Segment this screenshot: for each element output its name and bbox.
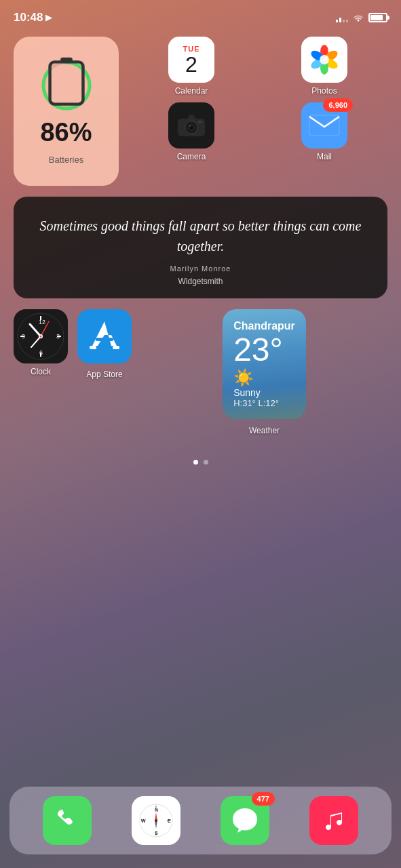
page-dot-2[interactable] [204, 460, 208, 465]
messages-badge: 477 [252, 792, 275, 806]
camera-icon[interactable] [168, 102, 214, 149]
weather-condition-row: ☀️ [233, 368, 295, 387]
widgetsmith-label: Widgetsmith [31, 277, 370, 286]
app-store-label: App Store [86, 370, 122, 379]
weather-low: L:12° [258, 398, 279, 408]
status-time: 10:48 ▶ [14, 11, 52, 24]
mail-app[interactable]: 6,960 Mail [261, 102, 387, 161]
quote-text: Sometimes good things fall apart so bett… [31, 216, 370, 256]
batteries-label: Batteries [49, 155, 83, 165]
page-dots [14, 446, 387, 471]
svg-rect-18 [309, 115, 339, 136]
svg-rect-2 [50, 62, 83, 104]
svg-rect-17 [198, 121, 202, 123]
battery-icon [368, 13, 387, 22]
messages-app[interactable]: 477 [221, 796, 269, 845]
svg-point-16 [189, 125, 191, 127]
svg-text:9: 9 [22, 333, 25, 340]
photos-label: Photos [311, 86, 337, 96]
phone-battery-icon [39, 56, 94, 115]
signal-bars [336, 13, 348, 22]
sun-icon: ☀️ [233, 368, 254, 387]
svg-text:12: 12 [39, 319, 45, 326]
calendar-app[interactable]: TUE 2 Calendar [128, 37, 254, 96]
battery-circle [39, 58, 94, 113]
music-icon[interactable] [309, 796, 358, 845]
weather-container: Chandrapur 23° ☀️ Sunny H:31° L:12° [141, 309, 387, 435]
clock-label: Clock [31, 367, 51, 376]
safari-icon[interactable]: N S W E [132, 796, 180, 845]
weather-condition: Sunny [233, 387, 295, 398]
weather-hi-lo: H:31° L:12° [233, 398, 295, 408]
svg-point-34 [40, 336, 42, 338]
svg-rect-37 [90, 346, 96, 349]
app-store-app[interactable]: App Store [77, 309, 132, 379]
music-app[interactable] [309, 796, 358, 845]
svg-text:3: 3 [56, 333, 60, 340]
clock-app[interactable]: 12 3 6 9 Clock [14, 309, 68, 376]
phone-app[interactable] [43, 796, 92, 845]
weather-temperature: 23° [233, 332, 295, 368]
mail-badge: 6,960 [323, 98, 353, 112]
status-bar: 10:48 ▶ [0, 0, 401, 30]
photos-icon[interactable] [301, 37, 347, 83]
battery-percentage: 86% [40, 119, 92, 145]
calendar-date: 2 [185, 53, 197, 77]
photos-app[interactable]: Photos [261, 37, 387, 96]
camera-label: Camera [177, 152, 206, 161]
mail-label: Mail [317, 152, 332, 161]
svg-rect-35 [77, 309, 132, 363]
calendar-label: Calendar [175, 86, 208, 96]
svg-rect-38 [113, 346, 119, 349]
clock-icon[interactable]: 12 3 6 9 [14, 309, 68, 363]
screen: 10:48 ▶ [0, 0, 401, 868]
weather-widget[interactable]: Chandrapur 23° ☀️ Sunny H:31° L:12° [223, 309, 306, 419]
svg-text:S: S [155, 831, 158, 835]
page-dot-1[interactable] [193, 460, 198, 465]
svg-text:N: N [155, 808, 158, 812]
apps-row: 12 3 6 9 Clock [14, 309, 387, 435]
svg-rect-3 [60, 57, 73, 62]
svg-text:6: 6 [39, 349, 43, 356]
app-store-icon[interactable] [77, 309, 132, 366]
quote-widget[interactable]: Sometimes good things fall apart so bett… [14, 197, 387, 298]
location-arrow-icon: ▶ [45, 13, 52, 22]
main-area: 86% Batteries TUE 2 Calendar [0, 30, 401, 787]
svg-text:E: E [168, 818, 171, 823]
safari-app[interactable]: N S W E [132, 796, 180, 845]
weather-city: Chandrapur [233, 320, 295, 332]
battery-fill [370, 15, 383, 20]
time-display: 10:48 [14, 11, 43, 24]
weather-high: H:31° [233, 398, 256, 408]
mail-icon[interactable]: 6,960 [301, 102, 347, 149]
calendar-day-of-week: TUE [168, 43, 214, 53]
app-grid: TUE 2 Calendar [128, 37, 387, 161]
dock: N S W E 477 [9, 787, 392, 854]
status-icons [336, 12, 387, 24]
svg-point-10 [320, 55, 329, 64]
svg-point-51 [155, 819, 157, 822]
svg-text:W: W [141, 818, 146, 823]
quote-author: Marilyn Monroe [31, 264, 370, 273]
svg-rect-36 [96, 338, 113, 341]
camera-app[interactable]: Camera [128, 102, 254, 161]
batteries-widget[interactable]: 86% Batteries [14, 37, 119, 186]
phone-icon[interactable] [43, 796, 92, 845]
top-row: 86% Batteries TUE 2 Calendar [14, 37, 387, 186]
wifi-icon [352, 12, 364, 24]
calendar-icon[interactable]: TUE 2 [168, 37, 214, 83]
weather-label: Weather [249, 426, 280, 435]
